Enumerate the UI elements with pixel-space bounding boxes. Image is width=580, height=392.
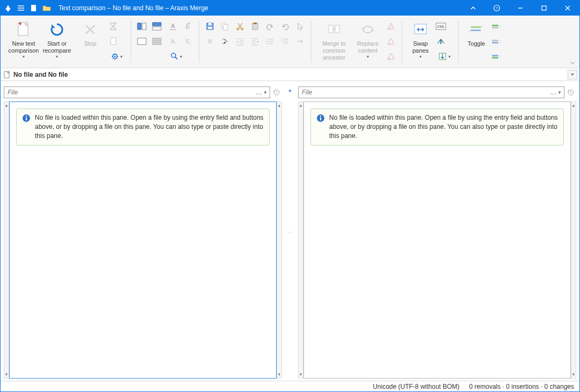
ellipsis-icon[interactable]: …	[550, 89, 556, 96]
copy-button[interactable]	[219, 20, 231, 33]
goto-button[interactable]	[294, 35, 307, 48]
list-button[interactable]	[264, 35, 277, 48]
gutter-up-icon[interactable]: ▲	[277, 103, 281, 108]
svg-rect-14	[157, 38, 161, 41]
save-dropdown[interactable]	[204, 20, 216, 33]
help-button[interactable]: ?	[485, 1, 509, 16]
comparison-area: File … ▼ ▲ ▼	[1, 81, 579, 381]
divider-handle-icon[interactable]: ⋯	[287, 229, 293, 236]
gutter-down-icon[interactable]: ▼	[4, 372, 9, 377]
left-file-field[interactable]: File … ▼	[4, 86, 270, 98]
replace-icon	[359, 21, 376, 38]
sigma-button[interactable]	[107, 20, 120, 33]
warning-up-button[interactable]: !	[385, 20, 397, 33]
warning-down-button[interactable]	[385, 35, 397, 48]
grid-pane-button[interactable]	[150, 35, 163, 48]
svg-rect-8	[137, 23, 141, 30]
font-e-off-button[interactable]: E	[182, 35, 194, 48]
svg-rect-13	[153, 38, 156, 41]
left-history-button[interactable]	[271, 86, 282, 98]
row-add-button[interactable]: ±	[490, 20, 503, 33]
toggle-label: Toggle	[468, 40, 485, 47]
ribbon-collapse-icon[interactable]	[568, 59, 577, 67]
svg-text:XML: XML	[437, 25, 445, 28]
xml-button[interactable]: XML	[434, 20, 447, 33]
start-recompare-button[interactable]: Start or recompare ▾	[40, 19, 74, 65]
single-pane-button[interactable]	[135, 35, 148, 48]
status-changes: 0 removals · 0 insertions · 0 changes	[469, 383, 574, 390]
clear-button[interactable]	[204, 35, 216, 48]
new-doc-icon[interactable]	[30, 4, 38, 12]
chevron-down-icon[interactable]: ▼	[557, 90, 562, 95]
layout-v-button[interactable]	[150, 20, 163, 33]
pull-up-button[interactable]	[434, 35, 447, 48]
zoom-dropdown[interactable]: ▾	[166, 50, 186, 63]
right-gutter-right[interactable]: ▲ ▼	[571, 101, 576, 379]
hamburger-icon[interactable]	[17, 4, 25, 12]
gutter-down-icon[interactable]: ▼	[571, 372, 576, 377]
status-encoding: Unicode (UTF-8 without BOM)	[373, 383, 459, 390]
right-history-button[interactable]	[566, 86, 576, 98]
gutter-down-icon[interactable]: ▼	[299, 372, 303, 377]
font-a-off-button[interactable]: A	[166, 35, 179, 48]
svg-rect-18	[170, 29, 176, 30]
ellipsis-icon[interactable]: …	[256, 89, 262, 96]
gutter-down-icon[interactable]: ▼	[277, 372, 281, 377]
row-swap-button[interactable]: ±	[490, 50, 503, 63]
pointer-button[interactable]	[294, 20, 307, 33]
right-file-field[interactable]: File … ▼	[298, 86, 564, 98]
svg-point-62	[26, 115, 27, 117]
gutter-up-icon[interactable]: ▲	[571, 103, 576, 108]
tab-dropdown[interactable]	[568, 70, 577, 79]
right-gutter[interactable]: ▲ ▼	[298, 101, 303, 379]
color-a-button[interactable]: A	[166, 20, 179, 33]
svg-rect-50	[492, 27, 498, 28]
svg-rect-52	[492, 40, 498, 41]
new-text-comparison-button[interactable]: New text comparison ▾	[7, 19, 40, 65]
chevron-down-icon: ▾	[56, 54, 58, 59]
doc-option-button[interactable]	[107, 35, 120, 48]
ribbon-toggle-button[interactable]	[461, 1, 485, 16]
chevron-down-icon: ▾	[367, 54, 369, 59]
gutter-up-icon[interactable]: ▲	[299, 103, 303, 108]
svg-point-37	[266, 43, 267, 44]
chevron-down-icon[interactable]: ▼	[263, 90, 267, 95]
refresh-icon	[48, 21, 66, 38]
replace-content-button: Replace content ▾	[352, 19, 383, 65]
cut-button[interactable]	[234, 20, 247, 33]
gutter-up-icon[interactable]: ▲	[4, 103, 9, 108]
layout-h-button[interactable]	[135, 20, 148, 33]
row-remove-button[interactable]: ±	[490, 35, 503, 48]
maximize-button[interactable]	[532, 1, 556, 16]
indent-left-button[interactable]	[234, 35, 247, 48]
svg-point-66	[320, 115, 321, 117]
undo-button[interactable]	[264, 20, 277, 33]
indent-right-button[interactable]	[249, 35, 262, 48]
stop-icon	[82, 21, 99, 38]
svg-point-36	[266, 41, 267, 42]
left-info-box: No file is loaded within this pane. Open…	[16, 108, 270, 146]
settings-dropdown[interactable]: ▾	[107, 50, 126, 63]
close-button[interactable]	[556, 1, 579, 16]
doc-tab-title[interactable]: No file and No file	[13, 71, 68, 78]
pane-divider[interactable]: ⋯	[282, 86, 298, 379]
insert-e-button[interactable]: É	[182, 20, 194, 33]
svg-rect-43	[415, 24, 426, 34]
paste-button[interactable]	[249, 20, 262, 33]
open-folder-icon[interactable]	[42, 4, 51, 12]
tree-button[interactable]	[219, 35, 231, 48]
svg-rect-3	[542, 6, 546, 10]
pull-down-button[interactable]: ▾	[434, 50, 454, 63]
left-gutter-right[interactable]: ▲ ▼	[277, 101, 282, 379]
redo-button[interactable]	[279, 20, 292, 33]
left-editor[interactable]: No file is loaded within this pane. Open…	[9, 101, 277, 379]
statusbar: Unicode (UTF-8 without BOM) 0 removals ·…	[1, 381, 579, 391]
minimize-button[interactable]	[509, 1, 532, 16]
right-editor[interactable]: No file is loaded within this pane. Open…	[303, 101, 571, 379]
warning-del-button[interactable]	[385, 50, 397, 63]
toggle-button[interactable]: Toggle	[463, 19, 490, 65]
left-gutter[interactable]: ▲ ▼	[4, 101, 9, 379]
app-menu-icon[interactable]	[4, 4, 12, 12]
numbered-list-button[interactable]: 12	[279, 35, 292, 48]
swap-panes-button[interactable]: Swap panes ▾	[407, 19, 434, 65]
